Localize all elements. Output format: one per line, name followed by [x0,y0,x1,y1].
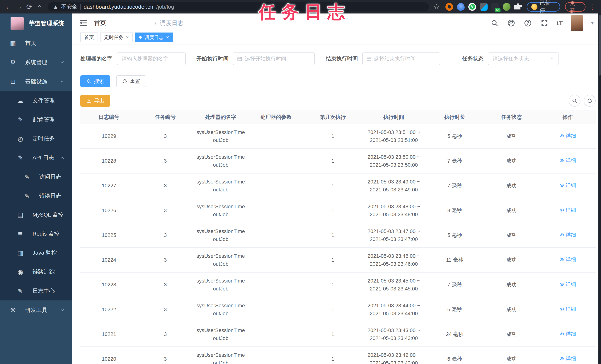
sidebar-item-文件管理[interactable]: ☁文件管理 [0,91,72,110]
scrollbar[interactable] [598,13,601,364]
extension-icon[interactable] [480,3,488,11]
address-bar[interactable]: ▲︎ 不安全 dashboard.yudao.iocoder.cn /job/l… [48,2,429,11]
reload-icon[interactable]: ⟳ [24,2,34,12]
extension-icon[interactable] [503,3,511,11]
sidebar-item-配置管理[interactable]: ✎配置管理 [0,110,72,129]
column-header-第几次执行: 第几次执行 [304,114,362,121]
log-table: 日志编号任务编号处理器的名字处理器的参数第几次执行执行时间执行时长任务状态操作 … [80,110,596,364]
detail-link-label: 详细 [566,280,576,288]
sidebar-item-label: 基础设施 [25,78,47,85]
sidebar-item-首页[interactable]: ▦首页 [0,33,72,53]
extension-icon[interactable] [457,3,465,11]
user-avatar[interactable] [571,15,583,31]
cell-exec-index: 1 [304,132,362,140]
sidebar-item-错误日志[interactable]: ✎错误日志 [0,186,72,205]
cell-duration: 7 毫秒 [426,182,484,190]
help-icon[interactable] [524,19,532,27]
refresh-icon[interactable] [584,95,596,107]
cell-task-id: 3 [138,281,193,289]
sidebar-menu: ▦首页⚙系统管理⊡基础设施☁文件管理✎配置管理◴定时任务✎API 日志✎访问日志… [0,33,72,320]
cell-status: 成功 [484,256,539,264]
date-input[interactable] [371,53,440,65]
sidebar-item-API-日志[interactable]: ✎API 日志 [0,148,72,167]
breadcrumb-home[interactable]: 首页 [94,19,151,27]
sidebar-item-label: 研发工具 [25,306,47,314]
detail-link[interactable]: 详细 [560,132,576,140]
breadcrumb-separator: / [155,20,157,26]
export-button[interactable]: 导出 [80,95,110,107]
emoji-icon [531,4,538,10]
cell-task-id: 3 [138,157,193,165]
chevron-down-icon[interactable]: ▾ [591,20,594,26]
java-monitor-icon: ▥ [16,249,24,257]
cell-status: 成功 [484,182,539,190]
sidebar-item-日志中心[interactable]: ✎日志中心 [0,281,72,300]
puzzle-extension-icon[interactable] [514,3,522,11]
browser-update-button[interactable]: 更新 [565,2,585,12]
sidebar-item-Java-监控[interactable]: ▥Java 监控 [0,243,72,262]
column-header-操作: 操作 [539,114,596,121]
sidebar-item-基础设施[interactable]: ⊡基础设施 [0,72,72,91]
sidebar-item-label: Redis 监控 [32,230,59,238]
cell-exec-time: 2021-05-03 23:43:00 ~2021-05-03 23:43:00 [362,326,426,342]
browser-menu-icon[interactable]: ⋮ [587,2,598,12]
sidebar-item-访问日志[interactable]: ✎访问日志 [0,167,72,186]
sidebar-item-系统管理[interactable]: ⚙系统管理 [0,53,72,72]
filter-group: 开始执行时间 [196,52,315,65]
sidebar-item-MySQL-监控[interactable]: ▤MySQL 监控 [0,205,72,224]
tab-首页[interactable]: 首页 [80,32,98,42]
cell-task-id: 3 [138,256,193,264]
date-input[interactable] [242,53,314,65]
tab-定时任务[interactable]: 定时任务× [100,32,133,42]
sidebar-item-链路追踪[interactable]: ◉链路追踪 [0,262,72,281]
app-logo-row[interactable]: 芋道管理系统 [0,13,72,33]
reset-button[interactable]: 重置 [116,75,146,87]
sidebar-fold-icon[interactable] [80,19,88,28]
edit-icon: ✎ [23,173,31,181]
extension-icon[interactable]: V [468,3,476,11]
detail-link[interactable]: 详细 [560,181,576,189]
toggle-search-icon[interactable] [569,95,581,107]
detail-link[interactable]: 详细 [560,206,576,214]
cloud-upload-icon: ☁ [16,97,24,104]
detail-link-label: 详细 [566,206,576,214]
cell-task-id: 3 [138,206,193,214]
detail-link[interactable]: 详细 [560,330,576,338]
task-status-select[interactable]: 请选择任务状态 [488,52,559,65]
sidebar-item-label: 日志中心 [32,287,55,295]
github-icon[interactable] [507,19,515,27]
sidebar-item-研发工具[interactable]: ⚒研发工具 [0,300,72,320]
table-row-10225: 102253sysUserSessionTimeoutJob12021-05-0… [80,223,596,248]
close-icon[interactable]: × [126,35,129,40]
extension-icon[interactable] [445,3,453,11]
detail-link[interactable]: 详细 [560,305,576,313]
back-icon[interactable]: ← [3,2,14,12]
scrollbar-thumb[interactable] [599,15,601,76]
paused-badge[interactable]: 已暂停 [527,2,560,12]
handler-name-input[interactable] [117,53,185,65]
detail-link[interactable]: 详细 [560,354,576,363]
search-button[interactable]: 搜索 [80,75,110,87]
calendar-icon [237,56,242,61]
sidebar-item-Redis-监控[interactable]: ≣Redis 监控 [0,224,72,243]
search-icon[interactable] [490,19,499,27]
detail-link-label: 详细 [566,231,576,239]
font-size-icon[interactable]: tT [557,20,563,27]
cell-handler-name: sysUserSessionTimeoutJob [193,252,249,268]
close-icon[interactable]: × [166,35,169,40]
home-icon[interactable]: ⌂ [34,2,45,12]
tab-调度日志[interactable]: 调度日志× [135,32,173,42]
detail-link[interactable]: 详细 [560,280,576,288]
detail-link[interactable]: 详细 [560,255,576,263]
forward-icon[interactable]: → [14,2,24,12]
fullscreen-icon[interactable] [540,19,549,27]
bookmark-star-icon[interactable]: ☆ [431,2,442,12]
detail-link[interactable]: 详细 [560,156,576,164]
sidebar-item-定时任务[interactable]: ◴定时任务 [0,129,72,148]
table-row-10227: 102273sysUserSessionTimeoutJob12021-05-0… [80,173,596,198]
sidebar-item-label: 定时任务 [32,135,55,142]
sidebar-item-label: 访问日志 [39,173,61,181]
detail-link[interactable]: 详细 [560,231,576,239]
extension-icon[interactable]: on [491,3,499,11]
filter-label: 开始执行时间 [196,55,229,62]
